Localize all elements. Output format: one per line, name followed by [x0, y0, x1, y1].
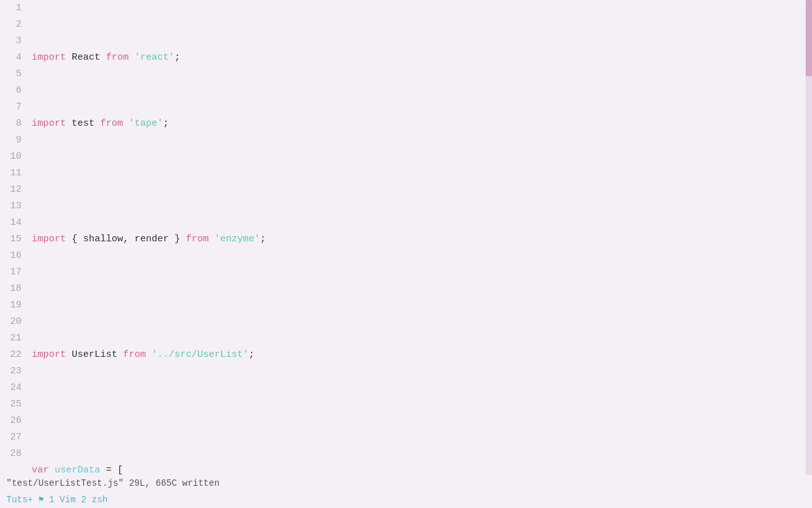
code-line: import React from 'react'; [32, 50, 806, 66]
line-numbers: 1 2 3 4 5 6 7 8 9 10 11 12 13 14 15 16 1… [0, 0, 27, 475]
code-line: import { shallow, render } from 'enzyme'… [32, 231, 806, 248]
tab-label: zsh [92, 495, 108, 505]
code-line: import test from 'tape'; [32, 116, 806, 132]
status-bar: "test/UserListTest.js" 29L, 665C written [0, 475, 812, 491]
vim-bar: Tuts+ ⚑ 1 Vim 2 zsh [0, 491, 812, 508]
vim-icon: ⚑ [38, 495, 43, 505]
scrollbar-thumb[interactable] [806, 0, 812, 76]
code-content[interactable]: import React from 'react'; import test f… [27, 0, 806, 475]
status-fileinfo-text: 29L, 665C written [129, 478, 219, 488]
vim-num: 1 [49, 495, 54, 505]
status-filename: "test/UserListTest.js" [6, 478, 124, 488]
tab-num: 2 [81, 495, 86, 505]
vim-tuts-label: Tuts+ [6, 495, 33, 505]
code-line: import UserList from '../src/UserList'; [32, 347, 806, 363]
code-line: var userData = [ [32, 462, 806, 475]
editor-area: 1 2 3 4 5 6 7 8 9 10 11 12 13 14 15 16 1… [0, 0, 812, 475]
scrollbar[interactable] [806, 0, 812, 475]
vim-label: Vim [60, 495, 75, 505]
